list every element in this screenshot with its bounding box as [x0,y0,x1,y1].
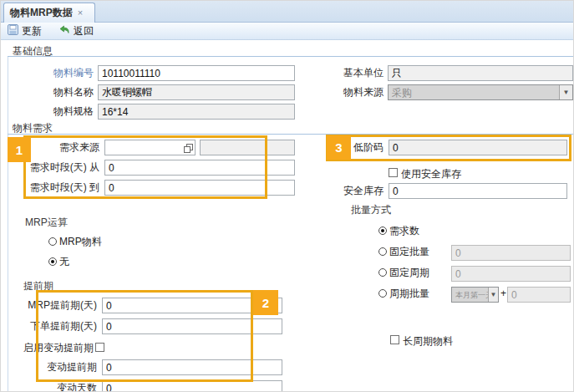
annotation-badge-1: 1 [8,137,31,162]
demand-source-ref-field [200,140,295,155]
radio-cycle-batch[interactable] [378,289,387,298]
demand-source-field[interactable] [104,140,196,155]
mrp-data-window: 物料MRP数据 × 更新 返回 基础信息 物料编号 物料名称 物料规格 基本单位… [0,0,574,392]
enable-variable-lead-checkbox[interactable] [95,343,104,352]
material-no-label: 物料编号 [12,65,94,81]
order-lead-label: 下单提前期(天) [9,318,97,334]
radio-demand-qty-label: 需求数 [389,226,419,237]
fixed-cycle-field [451,266,571,282]
long-cycle-checkbox[interactable] [390,335,399,344]
variable-lead-label: 变动提前期 [9,359,97,375]
variable-days-field[interactable] [102,380,282,392]
material-spec-label: 物料规格 [12,104,94,120]
radio-mrp-material-label: MRP物料 [59,237,102,248]
radio-fixed-cycle-label: 固定周期 [389,267,429,279]
group-left-border [8,56,8,392]
material-source-label: 物料来源 [308,84,384,100]
material-no-field[interactable] [98,65,295,81]
annotation-badge-3: 3 [327,135,351,160]
radio-fixed-batch-label: 固定批量 [389,247,429,258]
period-to-field[interactable] [104,180,295,196]
back-label: 返回 [74,24,94,38]
material-name-field [98,84,295,100]
radio-fixed-cycle[interactable] [378,268,387,277]
chevron-down-icon: ▼ [559,85,572,99]
use-safety-stock-checkbox[interactable] [389,168,398,177]
radio-mrp-material[interactable] [48,237,57,246]
variable-lead-field[interactable] [102,359,282,375]
base-unit-field [388,65,573,81]
safety-stock-field[interactable] [389,183,567,199]
low-level-code-field [389,140,567,155]
radio-cycle-batch-label: 周期批量 [389,288,429,300]
update-label: 更新 [22,24,42,38]
radio-mrp-none[interactable] [48,257,57,266]
cycle-batch-value-field [507,287,571,303]
base-unit-label: 基本单位 [308,65,384,81]
section-lead-time: 提前期 [23,279,53,293]
back-arrow-icon [58,25,70,38]
material-spec-field [98,104,295,120]
enable-variable-lead-label: 启用变动提前期 [23,340,95,356]
material-source-value: 采购 [389,85,559,99]
lookup-icon[interactable] [184,143,193,157]
section-demand-divider [8,134,574,135]
section-batch-method: 批量方式 [351,203,391,217]
material-name-label: 物料名称 [12,84,94,100]
annotation-badge-2: 2 [253,290,278,315]
radio-demand-qty[interactable] [378,227,387,235]
order-lead-field[interactable] [102,318,282,334]
toolbar: 更新 返回 [1,23,574,40]
safety-stock-label: 安全库存 [331,183,384,199]
close-icon[interactable]: × [78,8,83,18]
fixed-batch-field [451,245,571,261]
cycle-batch-select-value: 本月第一天 [452,288,488,302]
section-mrp-calc: MRP运算 [25,216,68,230]
material-source-select: 采购 ▼ [388,84,573,100]
long-cycle-label: 长周期物料 [403,333,486,349]
radio-fixed-batch[interactable] [378,247,387,256]
back-button[interactable]: 返回 [55,23,97,39]
cycle-batch-select: 本月第一天 ▼ [451,287,499,303]
radio-mrp-none-label: 无 [59,257,69,268]
section-basic-divider [8,56,574,57]
tab-title: 物料MRP数据 [10,6,73,20]
plus-sign: + [500,288,506,300]
chevron-down-icon: ▼ [488,288,498,302]
period-from-field[interactable] [104,160,295,176]
variable-days-label: 变动天数 [9,380,97,392]
period-to-label: 需求时段(天) 到 [9,180,99,196]
update-button[interactable]: 更新 [4,23,45,39]
use-safety-stock-label: 使用安全库存 [401,166,493,182]
tab-bar: 物料MRP数据 × [1,1,574,23]
tab-material-mrp[interactable]: 物料MRP数据 × [3,3,95,23]
mrp-lead-label: MRP提前期(天) [9,298,97,313]
save-icon [8,24,18,38]
